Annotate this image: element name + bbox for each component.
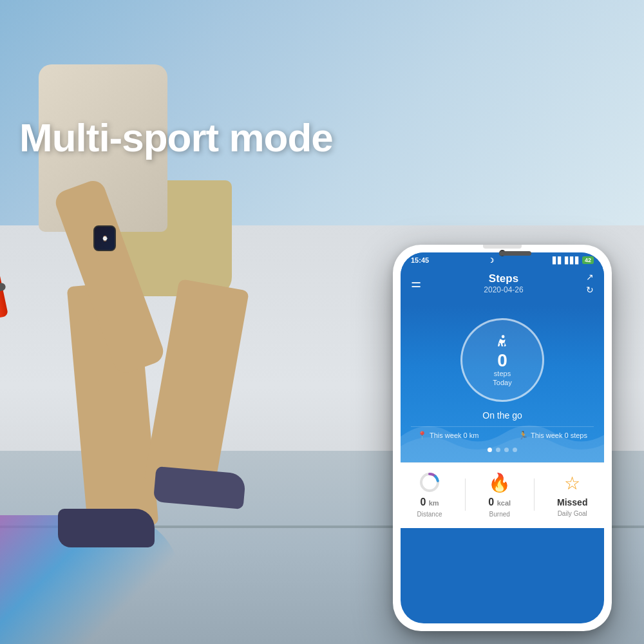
- app-header: ⚌ Steps 2020-04-26 ↗ ↻: [401, 267, 604, 305]
- dot-3: [504, 448, 509, 452]
- week-steps-text: This week 0 steps: [531, 431, 587, 439]
- smartwatch: ⌚: [93, 225, 116, 251]
- filter-icon[interactable]: ⚌: [411, 276, 421, 290]
- phone-screen: 15:45 ☽ ▋▋ ▋▋▋ 42 ⚌ Steps 2020-04-26: [401, 252, 604, 623]
- phone-speaker: [499, 251, 531, 256]
- status-time: 15:45: [411, 256, 429, 264]
- stat-daily-goal: ☆ Missed Daily Goal: [557, 471, 587, 517]
- distance-number: 0: [420, 497, 426, 507]
- burned-number: 0: [488, 497, 494, 507]
- week-distance: 📍 This week 0 km: [417, 431, 478, 440]
- steps-count: 0: [497, 352, 507, 370]
- goal-label: Daily Goal: [558, 510, 587, 517]
- goal-value: Missed: [557, 497, 587, 507]
- steps-circle: 0 steps Today: [460, 318, 544, 402]
- dot-4: [513, 448, 517, 452]
- header-controls: ⚌ Steps 2020-04-26 ↗ ↻: [411, 272, 594, 295]
- stat-divider-1: [465, 478, 466, 511]
- stat-burned: 🔥 0 kcal Burned: [488, 471, 511, 518]
- shoe-right: [153, 466, 246, 509]
- network-icon: ▋▋: [553, 257, 563, 264]
- burned-label: Burned: [489, 511, 510, 518]
- burned-value: 0 kcal: [488, 497, 511, 508]
- distance-label: Distance: [417, 511, 442, 518]
- steps-label: steps: [494, 370, 511, 377]
- share-icon[interactable]: ↗: [586, 272, 594, 282]
- on-the-go-label: On the go: [411, 405, 594, 424]
- status-moon: ☽: [488, 257, 494, 264]
- today-label: Today: [493, 379, 511, 386]
- signal-icon: ▋▋▋: [565, 257, 580, 264]
- distance-icon: [418, 471, 441, 494]
- shoe-left: [58, 509, 155, 547]
- distance-unit: km: [429, 499, 439, 507]
- battery-level: 42: [585, 257, 591, 263]
- dot-2: [496, 448, 500, 452]
- pagination-dots: [411, 444, 594, 456]
- steps-week-icon: 🏃: [518, 431, 528, 440]
- phone-top-bar: [483, 245, 522, 249]
- fire-icon: 🔥: [488, 471, 511, 494]
- main-title: Multi-sport mode: [19, 116, 333, 160]
- app-content: 0 steps Today On the go 📍 This week 0 km: [401, 305, 604, 462]
- header-date: 2020-04-26: [484, 285, 523, 294]
- battery-icon: 42: [582, 256, 594, 264]
- svg-point-0: [502, 335, 505, 338]
- week-steps: 🏃 This week 0 steps: [518, 431, 587, 440]
- header-title: Steps: [484, 272, 523, 285]
- phone-container: 15:45 ☽ ▋▋ ▋▋▋ 42 ⚌ Steps 2020-04-26: [393, 245, 612, 631]
- phone-frame: 15:45 ☽ ▋▋ ▋▋▋ 42 ⚌ Steps 2020-04-26: [393, 245, 612, 631]
- header-right-icons: ↗ ↻: [586, 272, 594, 295]
- stat-distance: 0 km Distance: [417, 471, 442, 518]
- header-title-group: Steps 2020-04-26: [484, 272, 523, 294]
- person-leg-right: [144, 279, 249, 494]
- steps-section: 0 steps Today On the go 📍 This week 0 km: [411, 312, 594, 456]
- bottom-stats-bar: 0 km Distance 🔥 0 kcal Burned: [401, 462, 604, 528]
- donut-chart: [419, 471, 440, 493]
- distance-value: 0 km: [420, 497, 439, 508]
- week-distance-text: This week 0 km: [430, 431, 478, 439]
- refresh-icon[interactable]: ↻: [586, 285, 594, 295]
- star-icon: ☆: [561, 471, 584, 495]
- main-title-text: Multi-sport mode: [19, 115, 333, 160]
- week-stats: 📍 This week 0 km 🏃 This week 0 steps: [411, 426, 594, 444]
- stat-divider-2: [534, 478, 535, 511]
- watch-screen: ⌚: [95, 227, 115, 250]
- dot-1: [488, 448, 492, 452]
- run-icon: [493, 334, 511, 352]
- steps-circle-container: 0 steps Today: [411, 312, 594, 405]
- burned-unit: kcal: [497, 499, 511, 507]
- location-icon: 📍: [417, 431, 427, 440]
- status-icons: ▋▋ ▋▋▋ 42: [553, 256, 594, 264]
